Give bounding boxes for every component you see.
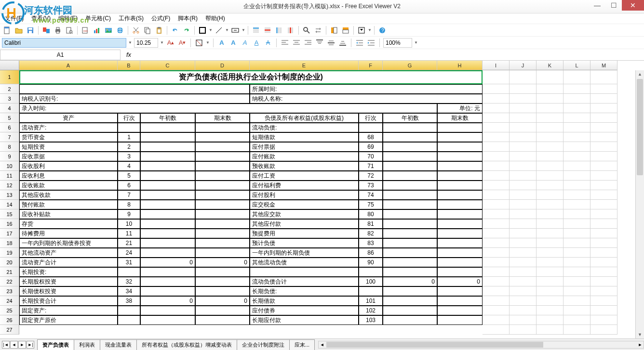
asset-begin-15[interactable]	[140, 267, 195, 277]
delete-row-button[interactable]	[262, 25, 273, 36]
liab-end-0[interactable]	[437, 123, 483, 132]
menu-formula[interactable]: 公式(F)	[148, 13, 173, 24]
cell-empty[interactable]	[590, 286, 617, 296]
cell-empty[interactable]	[537, 181, 564, 190]
cell-empty[interactable]	[510, 171, 537, 181]
cell-empty[interactable]	[483, 70, 510, 84]
cell-empty[interactable]	[590, 200, 617, 209]
liab-end-19[interactable]	[437, 306, 483, 315]
asset-line-4[interactable]: 4	[118, 161, 140, 171]
liab-begin-3[interactable]	[383, 152, 437, 161]
cell-empty[interactable]	[590, 142, 617, 152]
asset-line-8[interactable]: 8	[118, 200, 140, 209]
filter-button[interactable]	[356, 25, 367, 36]
cell-empty[interactable]	[510, 104, 537, 113]
zoom-combo[interactable]	[383, 38, 412, 48]
asset-end-9[interactable]	[195, 209, 250, 219]
cell-empty[interactable]	[564, 132, 590, 142]
row-header-8[interactable]: 8	[0, 142, 19, 152]
cell-empty[interactable]	[564, 315, 590, 325]
cell-empty[interactable]	[590, 238, 617, 248]
asset-name-2[interactable]: 短期投资	[19, 142, 118, 152]
cell-empty[interactable]	[537, 315, 564, 325]
cell-empty[interactable]	[510, 209, 537, 219]
liab-name-9[interactable]: 其他应交款	[250, 209, 359, 219]
menu-script[interactable]: 脚本(R)	[175, 13, 201, 24]
asset-end-20[interactable]	[195, 315, 250, 325]
liab-line-18[interactable]: 101	[359, 296, 383, 306]
asset-name-6[interactable]: 应收账款	[19, 181, 118, 190]
cell-empty[interactable]	[483, 286, 510, 296]
col-header-G[interactable]: G	[383, 61, 437, 70]
asset-name-12[interactable]: 一年内到期的长期债券投资	[19, 238, 118, 248]
header-asset[interactable]: 资产	[19, 113, 118, 123]
liab-begin-4[interactable]	[383, 161, 437, 171]
indent-left-button[interactable]	[355, 38, 364, 48]
asset-name-14[interactable]: 流动资产合计	[19, 258, 118, 267]
cell-empty[interactable]	[590, 161, 617, 171]
row-header-26[interactable]: 26	[0, 315, 19, 325]
tab-nav-first[interactable]: |◄	[2, 341, 10, 349]
copy-button[interactable]	[142, 25, 153, 36]
asset-line-5[interactable]: 5	[118, 171, 140, 181]
merge-button[interactable]	[230, 25, 241, 36]
asset-line-9[interactable]: 9	[118, 209, 140, 219]
vertical-scrollbar[interactable]: ▲ ▼	[635, 70, 644, 338]
cell-empty[interactable]	[483, 296, 510, 306]
row-header-2[interactable]: 2	[0, 84, 19, 94]
liab-begin-2[interactable]	[383, 142, 437, 152]
liab-line-0[interactable]	[359, 123, 383, 132]
cell-empty[interactable]	[564, 113, 590, 123]
save-button[interactable]	[25, 25, 36, 36]
cell-empty[interactable]	[537, 209, 564, 219]
line-button[interactable]	[214, 25, 224, 36]
cell-empty[interactable]	[590, 248, 617, 258]
font-name-combo[interactable]	[2, 38, 126, 48]
cell-empty[interactable]	[483, 123, 510, 132]
cell-empty[interactable]	[537, 200, 564, 209]
vscroll-thumb[interactable]	[637, 79, 643, 175]
row-header-5[interactable]: 5	[0, 113, 19, 123]
cell-empty[interactable]	[537, 152, 564, 161]
decrease-font-button[interactable]: A▾	[177, 38, 187, 48]
menu-view[interactable]: 查看(V)	[28, 13, 54, 24]
liab-name-1[interactable]: 短期借款	[250, 132, 359, 142]
liab-begin-7[interactable]	[383, 190, 437, 200]
asset-line-16[interactable]: 32	[118, 277, 140, 286]
liab-name-17[interactable]: 长期负债:	[250, 286, 359, 296]
cell-empty[interactable]	[537, 238, 564, 248]
row-header-9[interactable]: 9	[0, 152, 19, 161]
asset-begin-14[interactable]: 0	[140, 258, 195, 267]
col-header-A[interactable]: A	[19, 61, 118, 70]
asset-line-17[interactable]: 34	[118, 286, 140, 296]
cell-empty[interactable]	[483, 113, 510, 123]
asset-begin-12[interactable]	[140, 238, 195, 248]
liab-end-11[interactable]	[437, 229, 483, 238]
asset-name-13[interactable]: 其他流动资产	[19, 248, 118, 258]
line-dropdown[interactable]: ▼	[225, 28, 229, 32]
sheet-tab-5[interactable]: 应末...	[289, 339, 315, 350]
cell-empty[interactable]	[564, 286, 590, 296]
cell-empty[interactable]	[510, 258, 537, 267]
liab-name-18[interactable]: 长期借款	[250, 296, 359, 306]
liab-name-2[interactable]: 应付票据	[250, 142, 359, 152]
cell-empty[interactable]	[483, 132, 510, 142]
cell-empty[interactable]	[564, 258, 590, 267]
liab-end-18[interactable]	[437, 296, 483, 306]
asset-begin-5[interactable]	[140, 171, 195, 181]
cell-empty[interactable]	[537, 132, 564, 142]
liab-line-10[interactable]: 81	[359, 219, 383, 229]
menu-edit[interactable]: 编辑(E)	[55, 13, 80, 24]
cell-empty[interactable]	[510, 113, 537, 123]
asset-name-3[interactable]: 应收票据	[19, 152, 118, 161]
liab-name-20[interactable]: 长期应付款	[250, 315, 359, 325]
col-header-D[interactable]: D	[195, 61, 250, 70]
cell-empty[interactable]	[537, 229, 564, 238]
liab-begin-11[interactable]	[383, 229, 437, 238]
asset-line-7[interactable]: 7	[118, 190, 140, 200]
row-header-10[interactable]: 10	[0, 161, 19, 171]
filter-dropdown[interactable]: ▼	[368, 28, 372, 32]
cell-empty[interactable]	[590, 132, 617, 142]
asset-name-4[interactable]: 应收股利	[19, 161, 118, 171]
size-dropdown[interactable]: ▼	[160, 40, 164, 45]
